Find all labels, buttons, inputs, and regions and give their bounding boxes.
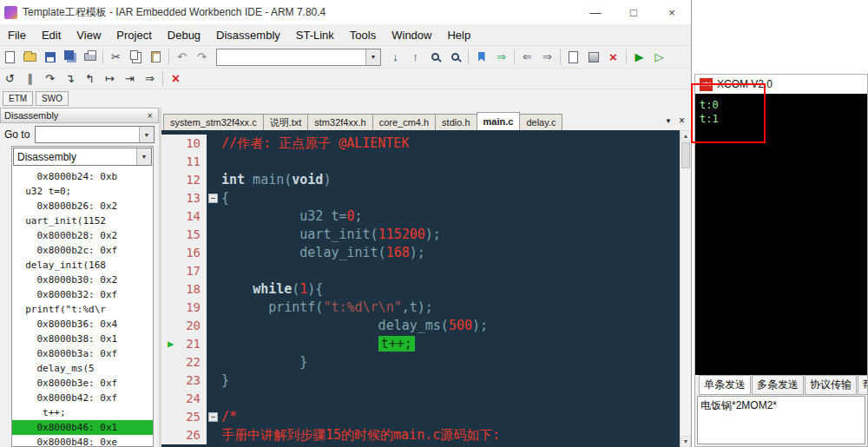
- menu-item-file[interactable]: File: [0, 29, 34, 42]
- code-line[interactable]: 16 delay_init(168);: [161, 244, 680, 262]
- debug-without-download-icon[interactable]: ▷: [649, 48, 669, 66]
- menu-item-debug[interactable]: Debug: [160, 29, 208, 42]
- xcom-tab[interactable]: 帮助: [858, 375, 867, 395]
- disassembly-row[interactable]: 0x8000b2c: 0xf: [12, 243, 153, 258]
- navigate-forward-icon[interactable]: ⇒: [537, 48, 557, 66]
- tab-core_cm4.h[interactable]: core_cm4.h: [372, 114, 436, 130]
- code-line[interactable]: ▶21 t++;: [161, 335, 680, 353]
- find-combobox[interactable]: ▼: [216, 49, 381, 66]
- reset-icon[interactable]: ↺: [0, 69, 20, 88]
- disassembly-row[interactable]: 0x8000b24: 0xb: [12, 169, 153, 184]
- find-icon[interactable]: [425, 48, 445, 66]
- find-next-icon[interactable]: ↓: [385, 48, 405, 66]
- make-icon[interactable]: [583, 48, 603, 66]
- fold-collapse-icon[interactable]: −: [208, 412, 218, 422]
- run-to-cursor-icon[interactable]: ⇥: [120, 69, 140, 88]
- code-line[interactable]: 19 printf("t:%d\r\n",t);: [161, 299, 680, 317]
- disassembly-row-current[interactable]: 0x8000b46: 0x1: [12, 420, 153, 435]
- serial-terminal[interactable]: t:0t:1: [695, 94, 867, 375]
- step-out-icon[interactable]: ↰: [80, 69, 100, 88]
- disassembly-row[interactable]: 0x8000b32: 0xf: [12, 287, 153, 302]
- scrollbar-thumb[interactable]: [681, 142, 690, 168]
- xcom-tab[interactable]: 单条发送: [699, 375, 751, 395]
- menu-item-disassembly[interactable]: Disassembly: [208, 29, 288, 42]
- menu-item-edit[interactable]: Edit: [34, 29, 69, 42]
- paste-icon[interactable]: [146, 48, 166, 66]
- disassembly-row[interactable]: u32 t=0;: [12, 184, 153, 199]
- redo-icon[interactable]: ↷: [192, 48, 212, 66]
- code-line[interactable]: 11: [161, 153, 680, 171]
- disassembly-row[interactable]: 0x8000b30: 0x2: [12, 273, 153, 287]
- code-line[interactable]: 18 while(1){: [161, 280, 680, 299]
- disassembly-row[interactable]: t++;: [12, 405, 153, 420]
- disassembly-row[interactable]: 0x8000b42: 0xf: [12, 391, 153, 405]
- disassembly-row[interactable]: 0x8000b38: 0x1: [12, 332, 153, 346]
- code-line[interactable]: 26手册中讲解到步骤15的时候的main.c源码如下:: [161, 426, 680, 444]
- code-line[interactable]: 12int main(void): [161, 171, 680, 189]
- disassembly-row[interactable]: delay_ms(5: [12, 361, 153, 376]
- code-line[interactable]: 24: [161, 390, 680, 408]
- maximize-icon[interactable]: □: [615, 0, 653, 24]
- toggle-bookmark-icon[interactable]: [471, 48, 491, 66]
- tab-main.c[interactable]: main.c: [477, 112, 521, 130]
- menu-item-tools[interactable]: Tools: [342, 29, 384, 42]
- chevron-down-icon[interactable]: ▼: [365, 49, 380, 65]
- menu-item-view[interactable]: View: [69, 29, 108, 42]
- save-icon[interactable]: [40, 48, 60, 66]
- minimize-icon[interactable]: —: [576, 0, 615, 24]
- xcom-tab[interactable]: 多条发送: [752, 375, 804, 395]
- code-line[interactable]: 13−{: [161, 189, 680, 207]
- disassembly-row[interactable]: delay_init(168: [12, 258, 153, 273]
- disassembly-row[interactable]: 0x8000b48: 0xe: [12, 435, 153, 446]
- break-icon[interactable]: ∥: [20, 69, 40, 88]
- disassembly-row[interactable]: 0x8000b36: 0x4: [12, 317, 153, 332]
- trace-button-swo[interactable]: SWO: [36, 91, 69, 106]
- disassembly-row[interactable]: 0x8000b3e: 0xf: [12, 376, 153, 391]
- compile-icon[interactable]: [563, 48, 583, 66]
- disassembly-row[interactable]: printf("t:%d\r: [12, 302, 153, 317]
- code-line[interactable]: 17: [161, 262, 680, 280]
- close-icon[interactable]: ×: [653, 0, 691, 24]
- undo-icon[interactable]: ↶: [172, 48, 192, 66]
- code-line[interactable]: 14 u32 t=0;: [161, 207, 680, 226]
- code-line[interactable]: 20 delay_ms(500);: [161, 317, 680, 335]
- tab-.txt[interactable]: 说明.txt: [263, 114, 309, 130]
- next-statement-icon[interactable]: ↦: [100, 69, 120, 88]
- send-text-input[interactable]: 电饭锅*2MOM2*: [697, 396, 865, 444]
- code-line[interactable]: 23}: [161, 371, 680, 390]
- open-file-icon[interactable]: [20, 48, 40, 66]
- scrollbar-track[interactable]: [681, 169, 691, 436]
- code-line[interactable]: 22 }: [161, 353, 680, 371]
- find-previous-icon[interactable]: ↑: [405, 48, 425, 66]
- tab-list-icon[interactable]: ▼: [665, 117, 672, 125]
- close-icon[interactable]: ×: [146, 110, 155, 121]
- stop-debugger-icon[interactable]: ×: [166, 69, 186, 88]
- copy-icon[interactable]: [126, 48, 146, 66]
- replace-icon[interactable]: [445, 48, 465, 66]
- disassembly-row[interactable]: 0x8000b3a: 0xf: [12, 346, 153, 361]
- tab-system_stm32f4xx.c[interactable]: system_stm32f4xx.c: [163, 114, 264, 130]
- code-editor[interactable]: 10//作者: 正点原子 @ALIENTEK1112int main(void)…: [161, 130, 691, 447]
- code-line[interactable]: 25−/*: [161, 408, 680, 426]
- menu-item-window[interactable]: Window: [384, 29, 439, 42]
- code-line[interactable]: 10//作者: 正点原子 @ALIENTEK: [161, 135, 680, 153]
- code-area[interactable]: 10//作者: 正点原子 @ALIENTEK1112int main(void)…: [161, 130, 680, 447]
- menu-item-project[interactable]: Project: [108, 29, 159, 42]
- step-into-icon[interactable]: ↴: [60, 69, 80, 88]
- step-over-icon[interactable]: ↷: [40, 69, 60, 88]
- tab-stdio.h[interactable]: stdio.h: [435, 114, 477, 130]
- memory-zone-combobox[interactable]: Disassembly ▼: [13, 148, 152, 166]
- trace-button-etm[interactable]: ETM: [3, 91, 33, 106]
- xcom-tab[interactable]: 协议传输: [805, 375, 857, 395]
- chevron-down-icon[interactable]: ▼: [136, 148, 151, 165]
- new-file-icon[interactable]: [0, 48, 20, 66]
- go-icon[interactable]: ⇒: [140, 69, 160, 88]
- menu-item-help[interactable]: Help: [439, 29, 478, 42]
- next-bookmark-icon[interactable]: ⇒: [491, 48, 511, 66]
- scroll-up-icon[interactable]: ▲: [681, 130, 691, 141]
- menu-item-st-link[interactable]: ST-Link: [288, 29, 342, 42]
- disassembly-row[interactable]: uart_init(1152: [12, 214, 153, 228]
- tab-delay.c[interactable]: delay.c: [519, 114, 562, 130]
- goto-combobox[interactable]: ▼: [35, 126, 155, 143]
- editor-scrollbar[interactable]: ▲ ▼: [680, 130, 691, 447]
